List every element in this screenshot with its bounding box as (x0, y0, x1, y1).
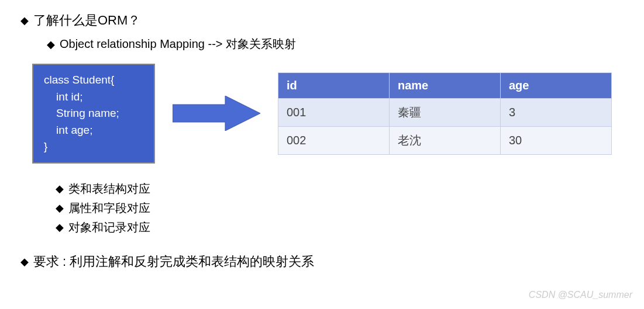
code-line: int id; (44, 89, 143, 106)
final-bullet-text: 要求 : 利用注解和反射完成类和表结构的映射关系 (33, 253, 314, 270)
top-bullet: ◆ 了解什么是ORM？ (20, 12, 644, 29)
sub-bullet-text: Object relationship Mapping --> 对象关系映射 (60, 36, 296, 52)
data-table: id name age 001 秦疆 3 002 老沈 30 (278, 72, 612, 155)
sub-bullet: ◆ Object relationship Mapping --> 对象关系映射 (47, 36, 644, 52)
mapping-bullet: ◆ 类和表结构对应 (56, 181, 644, 197)
mapping-bullet-text: 类和表结构对应 (68, 181, 150, 197)
top-bullet-text: 了解什么是ORM？ (33, 12, 140, 29)
table-cell: 老沈 (390, 126, 501, 154)
code-box: class Student{ int id; String name; int … (32, 64, 155, 164)
watermark: CSDN @SCAU_summer (529, 290, 632, 300)
mapping-bullet-text: 对象和记录对应 (68, 220, 150, 235)
code-line: int age; (44, 122, 143, 139)
table-cell: 001 (278, 98, 390, 126)
table-header: id (278, 72, 390, 98)
diamond-bullet-icon: ◆ (47, 38, 55, 51)
table-header-row: id name age (278, 72, 612, 98)
mapping-bullet-text: 属性和字段对应 (68, 200, 150, 216)
mapping-bullet: ◆ 对象和记录对应 (56, 220, 644, 235)
mapping-bullet: ◆ 属性和字段对应 (56, 200, 644, 216)
table-cell: 002 (278, 126, 390, 154)
final-bullet: ◆ 要求 : 利用注解和反射完成类和表结构的映射关系 (20, 253, 644, 270)
diamond-bullet-icon: ◆ (56, 182, 64, 195)
table-cell: 30 (501, 126, 612, 154)
diamond-bullet-icon: ◆ (20, 14, 29, 27)
code-line: class Student{ (44, 72, 143, 89)
table-row: 002 老沈 30 (278, 126, 612, 154)
diamond-bullet-icon: ◆ (20, 255, 29, 268)
diamond-bullet-icon: ◆ (56, 221, 64, 234)
diagram-row: class Student{ int id; String name; int … (32, 64, 644, 164)
arrow-icon (173, 96, 260, 131)
diamond-bullet-icon: ◆ (56, 202, 64, 214)
mapping-bullet-list: ◆ 类和表结构对应 ◆ 属性和字段对应 ◆ 对象和记录对应 (56, 181, 644, 235)
table-header: name (390, 72, 501, 98)
table-header: age (501, 72, 612, 98)
code-line: } (44, 138, 143, 155)
code-line: String name; (44, 105, 143, 122)
table-cell: 3 (501, 98, 612, 126)
table-row: 001 秦疆 3 (278, 98, 612, 126)
table-cell: 秦疆 (390, 98, 501, 126)
svg-marker-0 (173, 96, 260, 131)
